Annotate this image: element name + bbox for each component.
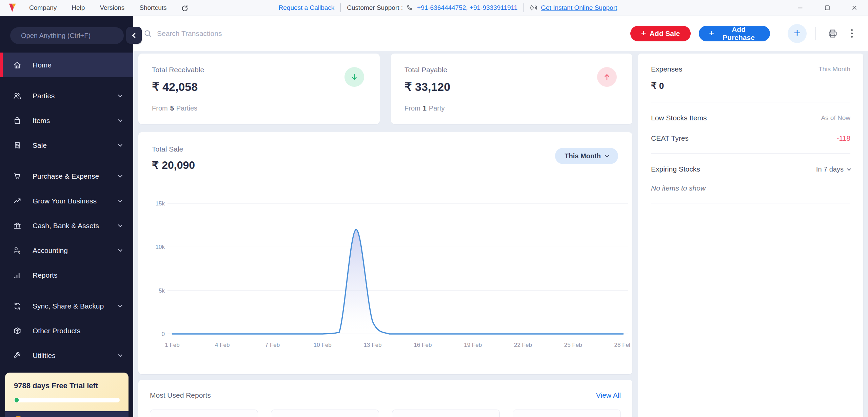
total-sale-amount: ₹ 20,090 [152, 159, 619, 172]
chevron-down-icon [118, 118, 122, 122]
chevron-down-icon [847, 167, 851, 171]
search-transactions-input[interactable] [157, 29, 333, 38]
free-trial-card: 9788 days Free Trial left ₹ Get Money Ba… [5, 373, 129, 417]
receivable-arrow-badge [344, 67, 364, 87]
divider [815, 27, 816, 40]
app-logo-icon [7, 3, 18, 13]
receivable-subtitle: From 5 Parties [152, 104, 366, 112]
maximize-button[interactable] [814, 0, 841, 16]
payable-title: Total Payable [405, 66, 619, 74]
plus-icon: + [641, 28, 646, 38]
sidebar-item-utilities[interactable]: Utilities [0, 343, 133, 368]
plus-icon: + [794, 26, 801, 39]
sidebar-item-other-products[interactable]: Other Products [0, 318, 133, 343]
sidebar-item-label: Home [33, 61, 52, 69]
box-icon [13, 326, 22, 335]
low-stock-item-row[interactable]: CEAT Tyres -118 [651, 134, 850, 142]
chevron-down-icon [118, 247, 122, 252]
sidebar-item-label: Utilities [33, 352, 56, 360]
phone-icon [406, 4, 414, 12]
chevron-down-icon [118, 303, 122, 307]
payable-amount: ₹ 33,120 [405, 80, 619, 94]
expenses-amount: ₹ 0 [651, 81, 850, 91]
add-purchase-button[interactable]: + Add Purchase [699, 26, 770, 41]
sidebar-item-cash-bank-assets[interactable]: Cash, Bank & Assets [0, 213, 133, 238]
arrow-down-icon [350, 72, 359, 82]
add-sale-button[interactable]: + Add Sale [630, 26, 691, 41]
report-card-placeholder[interactable] [392, 410, 500, 417]
chevron-down-icon [118, 198, 122, 202]
quick-add-button[interactable]: + [788, 24, 807, 43]
sidebar-item-home[interactable]: Home [0, 53, 133, 77]
menu-company[interactable]: Company [29, 4, 57, 12]
right-panel: Expenses This Month ₹ 0 Low Stocks Items… [638, 54, 863, 417]
items-bag-icon [13, 116, 22, 125]
expenses-section: Expenses This Month ₹ 0 [651, 54, 850, 102]
request-callback-link[interactable]: Request a Callback [279, 4, 335, 12]
trial-days-left: 9788 days Free Trial left [14, 381, 120, 390]
total-payable-card[interactable]: Total Payable ₹ 33,120 From 1 Party [391, 54, 632, 124]
refresh-button[interactable] [180, 4, 189, 12]
top-toolbar: + Add Sale + Add Purchase + [133, 16, 868, 51]
menu-help[interactable]: Help [72, 4, 85, 12]
divider [340, 3, 341, 12]
report-card-placeholder[interactable] [150, 410, 258, 417]
payable-arrow-badge [597, 67, 617, 87]
sidebar-item-items[interactable]: Items [0, 108, 133, 133]
sidebar-item-accounting[interactable]: ₹ Accounting [0, 238, 133, 263]
view-all-link[interactable]: View All [596, 391, 621, 399]
svg-text:10k: 10k [156, 244, 165, 250]
open-anything-input[interactable] [10, 27, 124, 44]
low-stock-title: Low Stocks Items [651, 114, 707, 122]
refresh-icon [180, 4, 189, 12]
report-shortcuts [150, 410, 621, 417]
sale-receipt-icon [13, 141, 22, 150]
period-dropdown[interactable]: This Month [555, 148, 618, 164]
low-stock-section: Low Stocks Items As of Now CEAT Tyres -1… [651, 102, 850, 154]
svg-text:13 Feb: 13 Feb [364, 342, 382, 348]
close-button[interactable] [841, 0, 868, 16]
chevron-down-icon [118, 173, 122, 178]
menu-versions[interactable]: Versions [100, 4, 124, 12]
wrench-icon [13, 351, 22, 360]
more-options-button[interactable] [845, 29, 859, 38]
print-button[interactable] [825, 26, 840, 41]
dashboard-right-column: Expenses This Month ₹ 0 Low Stocks Items… [638, 54, 863, 417]
minimize-button[interactable] [787, 0, 814, 16]
menu-shortcuts[interactable]: Shortcuts [139, 4, 166, 12]
svg-text:0: 0 [162, 331, 165, 337]
purchase-cart-icon [13, 172, 22, 181]
sidebar-item-purchase-expense[interactable]: Purchase & Expense [0, 164, 133, 188]
report-card-placeholder[interactable] [271, 410, 379, 417]
sidebar-item-parties[interactable]: Parties [0, 83, 133, 108]
sidebar-item-label: Cash, Bank & Assets [33, 222, 99, 230]
receivable-amount: ₹ 42,058 [152, 80, 366, 94]
divider [524, 3, 524, 12]
vyapar-app-window: Company Help Versions Shortcuts Request … [0, 0, 868, 417]
chevron-down-icon [118, 353, 122, 357]
support-phone-numbers[interactable]: +91-6364444752, +91-9333911911 [417, 4, 517, 12]
sidebar-item-reports[interactable]: Reports [0, 263, 133, 287]
trial-cta-button[interactable]: ₹ Get Money Back [5, 411, 129, 417]
low-stock-item-qty: -118 [837, 134, 850, 142]
report-card-placeholder[interactable] [513, 410, 621, 417]
expenses-title: Expenses [651, 65, 682, 73]
sidebar-item-label: Grow Your Business [33, 197, 97, 205]
sidebar-item-grow-your-business[interactable]: Grow Your Business [0, 188, 133, 213]
sidebar: Home Parties Items Sale [0, 16, 133, 417]
collapse-sidebar-button[interactable] [126, 27, 142, 44]
expiring-period-dropdown[interactable]: In 7 days [816, 165, 850, 173]
total-receivable-card[interactable]: Total Receivable ₹ 42,058 From 5 Parties [138, 54, 380, 124]
sidebar-item-sync-share-backup[interactable]: Sync, Share & Backup [0, 294, 133, 318]
svg-text:1 Feb: 1 Feb [165, 342, 179, 348]
chevron-down-icon [605, 153, 609, 158]
sync-icon [13, 302, 22, 311]
sidebar-item-label: Purchase & Expense [33, 172, 99, 180]
sidebar-item-sale[interactable]: Sale [0, 133, 133, 158]
chevron-left-icon [132, 33, 137, 38]
trending-up-icon [13, 197, 22, 205]
add-purchase-label: Add Purchase [717, 25, 760, 42]
low-stock-item-name: CEAT Tyres [651, 134, 689, 142]
online-support-link[interactable]: Get Instant Online Support [541, 4, 617, 12]
svg-text:19 Feb: 19 Feb [464, 342, 482, 348]
